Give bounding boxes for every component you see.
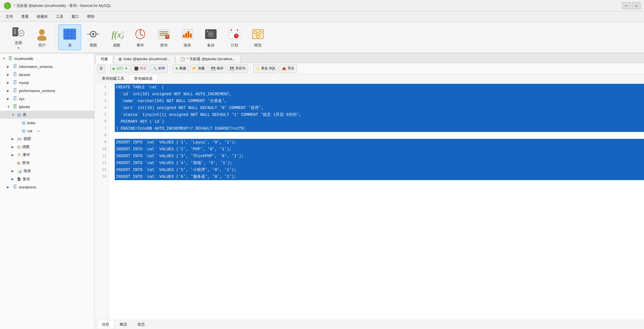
func-label: 函数 — [113, 43, 120, 48]
table-row: `name` varchar(50) NOT NULL COMMENT '分类名… — [109, 98, 644, 104]
export-icon: 📤 — [282, 67, 286, 71]
hamburger-button[interactable]: ☰ — [97, 65, 105, 73]
subtab-editor[interactable]: 查询编辑器 — [129, 75, 157, 82]
sidebar-item-boke[interactable]: ⊞ boke — [0, 119, 94, 127]
laravel-icon: 🗄 — [13, 72, 17, 77]
sidebar-item-sys[interactable]: ▶ 🗄 sys — [0, 95, 94, 103]
model-button[interactable]: 模型 — [246, 24, 269, 50]
code-line-text: INSERT INTO `cat` VALUES ('5', '小程序', '0… — [115, 166, 644, 173]
collapse-icon[interactable]: □ — [109, 84, 115, 91]
code-line-text: INSERT INTO `cat` VALUES ('4', '前端', '0'… — [115, 159, 644, 166]
table-row: INSERT INTO `cat` VALUES ('3', 'ThinkPHP… — [109, 153, 644, 159]
sidebar-item-tables-folder[interactable]: ▼ ⊞ 表 — [0, 111, 94, 119]
saveas-label: 另存为 — [235, 66, 246, 71]
mysql-icon: 🗄 — [13, 80, 17, 85]
menu-window[interactable]: 窗口 — [68, 13, 82, 20]
maximize-button[interactable]: □ — [632, 2, 641, 9]
sidebar-item-funcs-folder[interactable]: ▶ f() 函数 — [0, 143, 94, 151]
svg-rect-32 — [185, 33, 187, 38]
sidebar-item-wordpress[interactable]: ▶ 🗄 wordpress — [0, 183, 94, 191]
funcs-arrow: ▶ — [11, 145, 15, 149]
table-button[interactable]: 表 — [58, 24, 81, 50]
backup-label: 备份 — [207, 43, 215, 48]
explain-button[interactable]: 🔍 解释 — [150, 65, 168, 73]
sidebar-item-reports-folder[interactable]: ▶ 📊 报表 — [0, 167, 94, 175]
schedule-label: 计划 — [231, 43, 238, 48]
sidebar-item-backups-folder[interactable]: ▶ 🗜 备份 — [0, 175, 94, 183]
sidebar-item-mysql[interactable]: ▶ 🗄 mysql — [0, 79, 94, 87]
beautify-button[interactable]: ✨ 美化 SQL — [253, 65, 278, 73]
main-area: ▼ 🗄 localhostdb ▶ 🗄 information_schema ▶… — [0, 53, 644, 329]
code-content[interactable]: □CREATE TABLE `cat` ( `id` int(10) unsig… — [109, 83, 644, 320]
export-button[interactable]: 📤 导出 — [279, 65, 297, 73]
connect-button[interactable]: 连接 ▼ — [7, 24, 30, 50]
views-arrow: ▶ — [11, 137, 15, 141]
func-button[interactable]: f(x) 函数 — [105, 24, 128, 50]
tab-boke[interactable]: ⊞ boke @tpboke (localhostd... — [114, 55, 175, 63]
bottom-tab-status[interactable]: 状态 — [133, 320, 150, 329]
window-title: * 无标题 @tpboke (localhostdb) - 查询 - Navic… — [14, 3, 111, 8]
sys-icon: 🗄 — [13, 96, 17, 101]
sidebar-item-information-schema[interactable]: ▶ 🗄 information_schema — [0, 63, 94, 71]
query-label: 查询 — [160, 43, 168, 48]
stop-button[interactable]: ⬛ 停止 — [132, 65, 149, 73]
backup-button[interactable]: 备份 — [199, 24, 222, 50]
load-label: 加载 — [198, 66, 205, 71]
menu-file[interactable]: 文件 — [2, 13, 17, 20]
code-line-text: `sort` int(10) unsigned NOT NULL DEFAULT… — [115, 104, 644, 111]
event-button[interactable]: 事件 — [129, 24, 152, 50]
sidebar-item-label-boke: boke — [27, 121, 35, 125]
bottom-tab-overview[interactable]: 概况 — [115, 320, 132, 329]
stop-label: 停止 — [140, 66, 147, 71]
sidebar-item-label-tables-folder: 表 — [23, 112, 26, 117]
tab-untitled[interactable]: 📋 * 无标题 @tpboke (localhos... — [175, 55, 240, 63]
saveas-button[interactable]: 💾 另存为 — [227, 65, 248, 73]
sidebar-item-views-folder[interactable]: ▶ oo 视图 — [0, 135, 94, 143]
code-editor[interactable]: 1234567891011121314 □CREATE TABLE `cat` … — [95, 83, 644, 320]
toolbar-separator-2 — [170, 65, 170, 72]
query-button[interactable]: 查询 — [152, 24, 175, 50]
wordpress-arrow: ▶ — [7, 185, 11, 189]
queries-icon: ⊞ — [17, 161, 20, 165]
sidebar-item-laravel[interactable]: ▶ 🗄 laravel — [0, 71, 94, 79]
menu-tools[interactable]: 工具 — [52, 13, 67, 20]
user-button[interactable]: 用户 — [30, 24, 53, 50]
code-line-text: `name` varchar(50) NOT NULL COMMENT '分类名… — [115, 98, 644, 104]
run-button[interactable]: ▶ 运行 ▼ — [110, 65, 131, 73]
root-db-icon: 🗄 — [8, 56, 13, 61]
bottom-tab-info[interactable]: 信息 — [97, 320, 114, 329]
new-button[interactable]: ✚ 新建 — [173, 65, 189, 73]
run-label: 运行 — [116, 66, 123, 71]
tab-object-label: 对象 — [101, 57, 108, 62]
sidebar-item-cat[interactable]: ⊞ cat ← — [0, 127, 94, 135]
menu-view[interactable]: 查看 — [18, 13, 32, 20]
minimize-button[interactable]: — — [622, 2, 631, 9]
code-line-text: INSERT INTO `cat` VALUES ('6', '服务器', '0… — [115, 173, 644, 180]
run-icon: ▶ — [113, 67, 115, 71]
report-button[interactable]: 报表 — [176, 24, 199, 50]
tab-object[interactable]: 对象 — [96, 55, 113, 63]
sidebar-item-events-folder[interactable]: ▶ ⏱ 事件 — [0, 151, 94, 159]
schedule-button[interactable]: 计划 — [223, 24, 246, 50]
sidebar-item-label-mysql: mysql — [19, 81, 29, 85]
explain-label: 解释 — [158, 66, 165, 71]
table-row: INSERT INTO `cat` VALUES ('2', 'PHP', '0… — [109, 146, 644, 153]
info-schema-arrow: ▶ — [7, 65, 11, 69]
code-line-text: CREATE TABLE `cat` ( — [115, 84, 644, 91]
table-row: INSERT INTO `cat` VALUES ('6', '服务器', '0… — [109, 173, 644, 180]
sidebar-item-tpboke[interactable]: ▼ 🗄 tpboke — [0, 103, 94, 111]
view-button[interactable]: 视图 — [82, 24, 105, 50]
load-button[interactable]: 📂 加载 — [190, 65, 207, 73]
backup-icon — [203, 27, 218, 42]
svg-rect-33 — [188, 31, 189, 38]
sidebar-item-performance-schema[interactable]: ▶ 🗄 performance_schema — [0, 87, 94, 95]
sidebar-item-root[interactable]: ▼ 🗄 localhostdb — [0, 54, 94, 63]
subtab-builder[interactable]: 查询创建工具 — [97, 75, 129, 82]
bottom-tab-status-label: 状态 — [137, 322, 145, 326]
save-button[interactable]: 💾 保存 — [209, 65, 226, 73]
sidebar-item-queries-folder[interactable]: ⊞ 查询 — [0, 159, 94, 167]
sidebar-item-label-reports: 报表 — [24, 168, 31, 174]
menu-help[interactable]: 帮助 — [83, 13, 98, 20]
window-controls: — □ — [622, 2, 641, 9]
menu-favorites[interactable]: 收藏夹 — [33, 13, 51, 20]
